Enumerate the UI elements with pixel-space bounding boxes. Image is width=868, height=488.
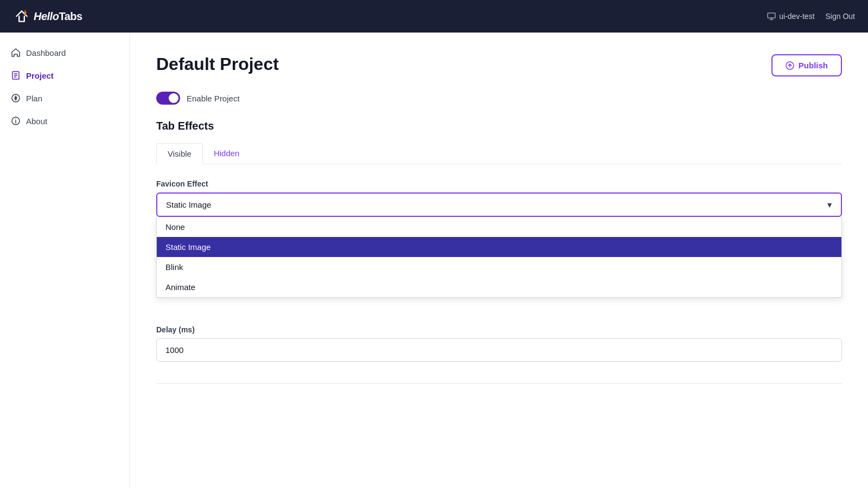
publish-icon (786, 61, 794, 70)
svg-point-0 (24, 11, 27, 14)
sidebar-item-plan[interactable]: Plan (0, 87, 130, 110)
sidebar-project-label: Project (26, 71, 54, 80)
home-icon (11, 48, 21, 57)
publish-button[interactable]: Publish (771, 54, 842, 76)
logo-text: HelloTabs (34, 10, 82, 23)
tab-visible[interactable]: Visible (156, 143, 203, 164)
enable-label: Enable Project (187, 94, 240, 103)
sidebar: Dashboard Project Plan (0, 33, 130, 488)
sidebar-dashboard-label: Dashboard (26, 48, 66, 57)
dropdown-item-none[interactable]: None (157, 217, 841, 237)
monitor-icon (767, 12, 776, 21)
signout-button[interactable]: Sign Out (826, 12, 855, 21)
delay-input[interactable] (156, 338, 842, 362)
layout: Dashboard Project Plan (0, 33, 868, 488)
nav-right: ui-dev-test Sign Out (767, 12, 855, 21)
main-content: Default Project Publish Enable Project T… (130, 33, 868, 488)
tab-hidden[interactable]: Hidden (203, 143, 251, 164)
favicon-effect-select-container: None Static Image Blink Animate ▼ None S… (156, 192, 842, 217)
dropdown-item-static-image[interactable]: Static Image (157, 237, 841, 257)
username: ui-dev-test (779, 12, 814, 21)
dollar-icon (11, 93, 21, 103)
svg-rect-3 (768, 13, 775, 18)
favicon-effect-label: Favicon Effect (156, 179, 842, 188)
tab-bar: Visible Hidden (156, 143, 842, 164)
section-title: Tab Effects (156, 120, 842, 132)
delay-label: Delay (ms) (156, 325, 842, 334)
nav-user: ui-dev-test (767, 12, 814, 21)
enable-toggle[interactable] (156, 92, 180, 105)
sidebar-about-label: About (26, 117, 47, 126)
dropdown-item-animate[interactable]: Animate (157, 277, 841, 297)
sidebar-item-about[interactable]: About (0, 110, 130, 132)
logo: HelloTabs (13, 8, 82, 25)
enable-row: Enable Project (156, 92, 842, 105)
delay-field: Delay (ms) (156, 325, 842, 362)
top-nav: HelloTabs ui-dev-test Sign Out (0, 0, 868, 33)
page-header: Default Project Publish (156, 54, 842, 76)
page-title: Default Project (156, 54, 279, 74)
publish-label: Publish (799, 61, 828, 70)
dropdown-list: None Static Image Blink Animate (156, 217, 842, 298)
svg-point-11 (15, 119, 16, 120)
info-icon (11, 116, 21, 126)
sidebar-item-project[interactable]: Project (0, 64, 130, 87)
file-icon (11, 70, 21, 80)
favicon-effect-select[interactable]: None Static Image Blink Animate (156, 192, 842, 217)
sidebar-item-dashboard[interactable]: Dashboard (0, 41, 130, 64)
dropdown-item-blink[interactable]: Blink (157, 257, 841, 277)
sidebar-plan-label: Plan (26, 94, 42, 103)
divider (156, 383, 842, 384)
